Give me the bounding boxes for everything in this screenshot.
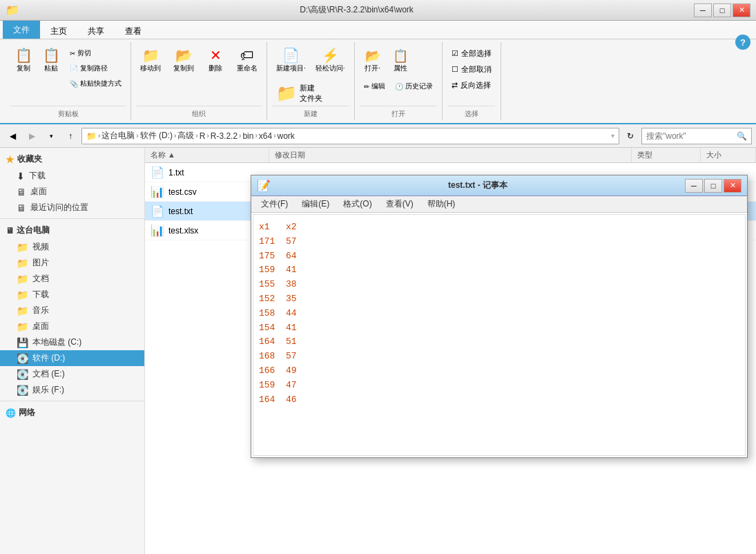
- e-drive-icon: 💽: [17, 369, 28, 380]
- col-name[interactable]: 名称 ▲: [145, 148, 269, 162]
- invert-select-button[interactable]: ⇄ 反向选择: [448, 78, 494, 93]
- notepad-maximize-button[interactable]: □: [704, 179, 722, 193]
- notepad-menu-edit[interactable]: 编辑(E): [295, 197, 336, 211]
- organize-group: 📁 移动到 📂 复制到 ✕ 删除 🏷 重命名: [131, 42, 267, 120]
- notepad-menu-format[interactable]: 格式(O): [336, 197, 378, 211]
- copy-button[interactable]: 📋 复制: [11, 46, 36, 75]
- sidebar-item-d-drive[interactable]: 💽 软件 (D:): [0, 350, 144, 366]
- refresh-button[interactable]: ↻: [622, 128, 639, 144]
- breadcrumb-work[interactable]: work: [277, 131, 294, 141]
- notepad-line-6: 158 44: [259, 307, 739, 321]
- network-header[interactable]: 🌐 网络: [0, 404, 144, 421]
- sidebar-item-f-drive[interactable]: 💽 娱乐 (F:): [0, 382, 144, 398]
- sidebar-item-recent[interactable]: 🖥 最近访问的位置: [0, 200, 144, 216]
- minimize-button[interactable]: ─: [694, 3, 712, 17]
- delete-button[interactable]: ✕ 删除: [203, 46, 228, 75]
- up-button[interactable]: ↑: [62, 128, 79, 144]
- sidebar-item-music[interactable]: 📁 音乐: [0, 303, 144, 318]
- breadcrumb-folder-icon: 📁: [86, 131, 97, 141]
- copy-to-button[interactable]: 📂 复制到: [170, 46, 197, 75]
- new-item-button[interactable]: 📄 新建项目·: [273, 46, 309, 75]
- col-type[interactable]: 类型: [632, 148, 701, 162]
- move-to-button[interactable]: 📁 移动到: [137, 46, 164, 75]
- breadcrumb-advanced[interactable]: 高级: [177, 130, 194, 142]
- new-folder-button[interactable]: 📁 新建 文件夹: [273, 81, 326, 106]
- recent-icon: 🖥: [17, 202, 26, 213]
- search-input[interactable]: [646, 131, 737, 141]
- tab-home[interactable]: 主页: [40, 23, 77, 39]
- favorites-header[interactable]: ★ 收藏夹: [0, 151, 144, 168]
- sidebar-item-downloads[interactable]: 📁 下载: [0, 287, 144, 303]
- col-size[interactable]: 大小: [701, 148, 756, 162]
- close-button[interactable]: ✕: [733, 3, 750, 17]
- new-label: 新建: [273, 106, 349, 120]
- copy-path-button[interactable]: 📄 复制路径: [66, 61, 125, 75]
- rename-button[interactable]: 🏷 重命名: [233, 46, 261, 75]
- notepad-menu-view[interactable]: 查看(V): [379, 197, 420, 211]
- notepad-content[interactable]: x1 x2 171 57 175 64 159 41 155 38 152 35…: [253, 214, 746, 456]
- breadcrumb-d[interactable]: 软件 (D:): [140, 130, 173, 142]
- ribbon-content: 📋 复制 📋 粘贴 ✂ 剪切: [0, 39, 756, 123]
- copy-label: 复制: [17, 64, 30, 73]
- sidebar-item-video[interactable]: 📁 视频: [0, 239, 144, 255]
- paste-shortcut-button[interactable]: 📎 粘贴快捷方式: [66, 77, 125, 90]
- clipboard-group: 📋 复制 📋 粘贴 ✂ 剪切: [6, 42, 131, 120]
- address-path[interactable]: 📁 › 这台电脑 › 软件 (D:) › 高级 › R › R-3.2.2 › …: [81, 128, 619, 144]
- breadcrumb-pc[interactable]: 这台电脑: [101, 130, 135, 142]
- breadcrumb-r322[interactable]: R-3.2.2: [211, 131, 238, 141]
- breadcrumb-bin[interactable]: bin: [242, 131, 253, 141]
- sidebar-item-download[interactable]: ⬇ 下载: [0, 168, 144, 184]
- properties-button[interactable]: 📋 属性: [388, 46, 413, 75]
- notepad-menu-file[interactable]: 文件(F): [254, 197, 295, 211]
- notepad-window: 📝 test.txt - 记事本 ─ □ ✕ 文件(F) 编辑(E) 格式(O)…: [251, 175, 748, 458]
- documents-icon: 📁: [17, 274, 28, 285]
- sidebar-item-desktop[interactable]: 🖥 桌面: [0, 184, 144, 200]
- search-box[interactable]: 🔍: [641, 128, 752, 144]
- select-all-button[interactable]: ☑ 全部选择: [448, 46, 495, 61]
- cut-button[interactable]: ✂ 剪切: [66, 46, 125, 60]
- breadcrumb-x64[interactable]: x64: [259, 131, 272, 141]
- new-group: 📄 新建项目· ⚡ 轻松访问· 📁 新建 文件夹 新建: [267, 42, 355, 120]
- forward-button[interactable]: ▶: [23, 128, 40, 144]
- move-icon: 📁: [142, 48, 159, 62]
- col-date[interactable]: 修改日期: [269, 148, 632, 162]
- tab-file[interactable]: 文件: [3, 21, 40, 39]
- notepad-controls: ─ □ ✕: [685, 179, 742, 193]
- edit-icon: ✏: [364, 83, 369, 90]
- sidebar-item-pictures[interactable]: 📁 图片: [0, 255, 144, 271]
- paste-button[interactable]: 📋 粘贴: [39, 46, 64, 75]
- sidebar-item-documents[interactable]: 📁 文档: [0, 271, 144, 287]
- breadcrumb-r[interactable]: R: [200, 131, 206, 141]
- file-icon-testxlsx: 📊: [151, 224, 164, 237]
- notepad-line-3: 159 41: [259, 263, 739, 278]
- delete-icon: ✕: [210, 48, 222, 62]
- open-button[interactable]: 📂 打开·: [360, 46, 385, 75]
- edit-button[interactable]: ✏ 编辑: [360, 79, 389, 93]
- sidebar-item-e-drive[interactable]: 💽 文档 (E:): [0, 366, 144, 382]
- maximize-button[interactable]: □: [713, 3, 731, 17]
- sidebar-item-c-drive[interactable]: 💾 本地磁盘 (C:): [0, 334, 144, 350]
- dropdown-recent-button[interactable]: ▾: [43, 128, 59, 144]
- file-icon-testcsv: 📊: [151, 185, 164, 198]
- path-dropdown-arrow[interactable]: ▾: [611, 132, 614, 140]
- notepad-line-11: 159 47: [259, 379, 739, 393]
- notepad-line-9: 168 57: [259, 350, 739, 364]
- this-pc-header[interactable]: 🖥 这台电脑: [0, 222, 144, 239]
- history-button[interactable]: 🕐 历史记录: [391, 79, 436, 93]
- back-button[interactable]: ◀: [4, 128, 21, 144]
- title-bar-left: 📁: [6, 3, 19, 17]
- title-controls: ─ □ ✕: [694, 3, 750, 17]
- select-none-button[interactable]: ☐ 全部取消: [448, 62, 495, 77]
- network-icon: 🌐: [6, 408, 16, 418]
- tab-share[interactable]: 共享: [77, 23, 115, 39]
- notepad-menu-help[interactable]: 帮助(H): [420, 197, 463, 211]
- new-folder-icon: 📁: [276, 84, 297, 103]
- notepad-close-button[interactable]: ✕: [724, 179, 742, 193]
- notepad-minimize-button[interactable]: ─: [685, 179, 703, 193]
- copy-to-label: 复制到: [173, 64, 194, 73]
- sidebar-item-desktop2[interactable]: 📁 桌面: [0, 318, 144, 334]
- help-button[interactable]: ?: [735, 35, 750, 50]
- easy-access-button[interactable]: ⚡ 轻松访问·: [312, 46, 349, 75]
- tab-view[interactable]: 查看: [115, 23, 152, 39]
- open-label: 打开: [360, 106, 436, 120]
